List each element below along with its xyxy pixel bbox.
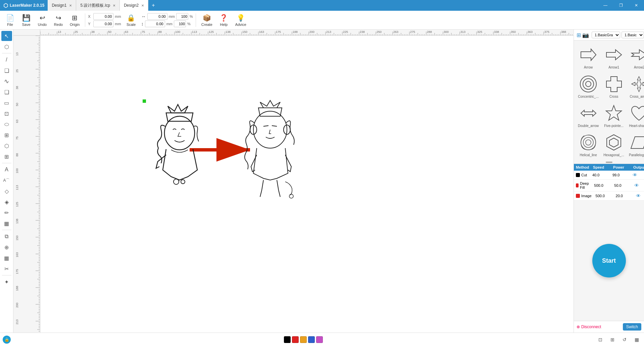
grid2-tool[interactable]: ▦ bbox=[1, 253, 12, 263]
maximize-button[interactable]: ❐ bbox=[613, 0, 629, 11]
line-tool[interactable]: / bbox=[1, 55, 12, 65]
scale-button[interactable]: 🔒 Scale bbox=[124, 12, 139, 28]
file-button[interactable]: 📄 File bbox=[3, 12, 17, 28]
category-dropdown1[interactable]: 1.BasicGra bbox=[592, 32, 620, 38]
svg-marker-554 bbox=[632, 50, 644, 60]
shape-arrow1[interactable]: Arrow1 bbox=[602, 43, 626, 71]
close-button[interactable]: ✕ bbox=[629, 0, 644, 11]
curve-tool[interactable]: ∿ bbox=[1, 76, 12, 86]
shape-hexagonal[interactable]: Hexagonal_... bbox=[602, 131, 626, 158]
create-button[interactable]: 📦 Create bbox=[199, 12, 215, 28]
advice-button[interactable]: 💡 Advice bbox=[233, 12, 249, 28]
right-figure bbox=[245, 100, 294, 198]
tab-close-design1[interactable]: ✕ bbox=[69, 4, 72, 7]
deepfill-eye-button[interactable]: 👁 bbox=[634, 183, 639, 188]
cut-eye-button[interactable]: 👁 bbox=[633, 172, 637, 178]
lock-icon[interactable]: 🔒 bbox=[3, 336, 11, 344]
cut-tool[interactable]: ✂ bbox=[1, 264, 12, 274]
help-icon: ❓ bbox=[219, 14, 228, 22]
add-tab-button[interactable]: + bbox=[148, 2, 158, 8]
shape-parallelogram[interactable]: Parallelogram bbox=[628, 131, 644, 158]
text-tool[interactable]: A bbox=[1, 165, 12, 175]
svg-text:50: 50 bbox=[15, 103, 19, 106]
x-input[interactable] bbox=[93, 13, 113, 20]
bottom-select-button[interactable]: ⊡ bbox=[596, 335, 605, 344]
shape-cross-arrow[interactable]: Cross_arrow bbox=[628, 73, 644, 100]
origin-button[interactable]: ⊞ Origin bbox=[67, 12, 82, 28]
image-eye-button[interactable]: 👁 bbox=[636, 193, 641, 199]
switch-button[interactable]: Switch bbox=[623, 323, 641, 331]
node-edit-tool[interactable]: ⬡ bbox=[1, 42, 12, 52]
duplicate-tool[interactable]: ❑ bbox=[1, 87, 12, 97]
y-input[interactable] bbox=[93, 20, 113, 27]
help-button[interactable]: ❓ Help bbox=[216, 12, 231, 28]
svg-text:150: 150 bbox=[242, 30, 247, 34]
h-pct-input[interactable] bbox=[174, 20, 186, 27]
rect-copy-tool[interactable]: ⊡ bbox=[1, 109, 12, 119]
shape-five-pointed[interactable]: Five-pointe... bbox=[602, 102, 626, 129]
color-black[interactable] bbox=[284, 336, 291, 343]
shape-helical[interactable]: Helical_line bbox=[577, 131, 600, 158]
eraser-tool[interactable]: ◇ bbox=[1, 186, 12, 196]
multi-copy-tool[interactable]: ⊞ bbox=[1, 152, 12, 162]
tab-design2[interactable]: Design2 ✕ bbox=[120, 0, 148, 11]
flatten-tool[interactable]: ⊕ bbox=[1, 242, 12, 252]
double-arrow-shape-icon bbox=[578, 103, 598, 123]
svg-text:25: 25 bbox=[75, 30, 78, 34]
svg-text:88: 88 bbox=[15, 153, 19, 157]
shape-double-arrow[interactable]: Double_arrow bbox=[577, 102, 600, 129]
save-button[interactable]: 💾 Save bbox=[19, 12, 34, 28]
tab-close-lcp[interactable]: ✕ bbox=[113, 4, 115, 7]
w-input[interactable] bbox=[147, 13, 167, 20]
svg-text:150: 150 bbox=[15, 235, 19, 241]
start-button[interactable]: Start bbox=[592, 244, 626, 277]
shape-concentric[interactable]: Concentric_... bbox=[577, 73, 600, 100]
deepfill-speed: 500.0 bbox=[592, 182, 612, 189]
tab-lcp[interactable]: 5.设计图模板.lcp ✕ bbox=[76, 0, 120, 11]
speed-header: Speed bbox=[591, 164, 611, 171]
shape-heart[interactable]: Heart-shaped bbox=[628, 102, 644, 129]
minimize-button[interactable]: — bbox=[598, 0, 613, 11]
left-toolbar: ↖ ⬡ / ❑ ∿ ❑ ▭ ⊡ ⬭ ⊞ ⬡ ⊞ A A⌒ ◇ ◈ ✏ ▦ ⧉ ⊕… bbox=[0, 30, 13, 333]
text-arc-tool[interactable]: A⌒ bbox=[1, 175, 12, 185]
shape-arrow[interactable]: Arrow bbox=[577, 43, 600, 71]
rectangle-tool[interactable]: ▭ bbox=[1, 98, 12, 108]
shape-concentric-label: Concentric_... bbox=[578, 95, 599, 98]
layers-tool[interactable]: ⧉ bbox=[1, 231, 12, 242]
shape-double-arrow-label: Double_arrow bbox=[578, 124, 599, 128]
shape-arrow2[interactable]: Arrow2 bbox=[628, 43, 644, 71]
category-dropdown2[interactable]: 1.Basic bbox=[622, 32, 644, 38]
layer-row-image[interactable]: Image 500.0 20.0 👁 bbox=[574, 191, 644, 201]
select-tool[interactable]: ↖ bbox=[1, 31, 12, 41]
eraser2-tool[interactable]: ◈ bbox=[1, 197, 12, 207]
grid-tool[interactable]: ⊞ bbox=[1, 130, 12, 140]
svg-text:75: 75 bbox=[15, 136, 19, 140]
color-orange[interactable] bbox=[300, 336, 307, 343]
sparkle-tool[interactable]: ✦ bbox=[1, 277, 12, 287]
shape-cross[interactable]: Cross bbox=[602, 73, 626, 100]
color-red[interactable] bbox=[292, 336, 299, 343]
undo-button[interactable]: ↩ Undo bbox=[35, 12, 50, 28]
color-blue[interactable] bbox=[308, 336, 315, 343]
bottom-rotate-button[interactable]: ↺ bbox=[620, 335, 629, 344]
redo-button[interactable]: ↪ Redo bbox=[51, 12, 66, 28]
bottom-grid-button[interactable]: ⊞ bbox=[608, 335, 617, 344]
ellipse-tool[interactable]: ⬭ bbox=[1, 119, 12, 129]
image-output: 👁 bbox=[634, 191, 644, 200]
canvas[interactable] bbox=[40, 36, 574, 333]
layer-row-cut[interactable]: Cut 40.0 99.0 👁 bbox=[574, 171, 644, 180]
h-input[interactable] bbox=[145, 20, 165, 27]
bottom-table-button[interactable]: ▦ bbox=[632, 335, 641, 344]
cut-color bbox=[576, 173, 580, 177]
color-purple[interactable] bbox=[316, 336, 323, 343]
tab-design1[interactable]: Design1 ✕ bbox=[48, 0, 76, 11]
w-pct-input[interactable] bbox=[176, 13, 188, 20]
polygon-tool[interactable]: ⬡ bbox=[1, 141, 12, 151]
deepfill-method-cell: Deep Fill bbox=[574, 180, 592, 191]
copy-shape-tool[interactable]: ❑ bbox=[1, 66, 12, 76]
paint-tool[interactable]: ✏ bbox=[1, 208, 12, 218]
disconnect-button[interactable]: ⊗ Disconnect bbox=[577, 325, 601, 329]
tab-close-design2[interactable]: ✕ bbox=[141, 4, 144, 7]
table-tool[interactable]: ▦ bbox=[1, 218, 12, 228]
layer-row-deepfill[interactable]: Deep Fill 500.0 50.0 👁 bbox=[574, 180, 644, 191]
